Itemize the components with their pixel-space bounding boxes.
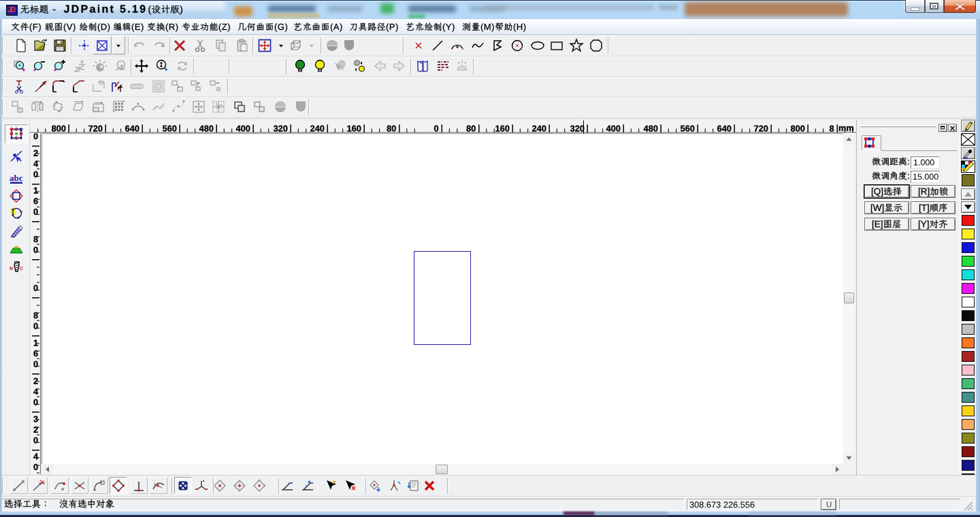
svg-text:abc: abc xyxy=(10,173,23,183)
svg-text:N: N xyxy=(10,266,13,271)
svg-text:C: C xyxy=(20,266,23,271)
